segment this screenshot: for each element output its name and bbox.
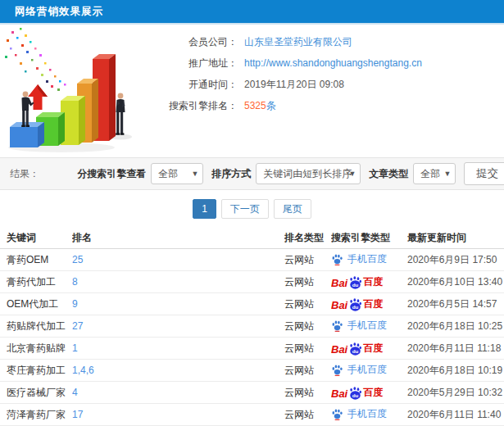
bar-chart-growth-image — [0, 25, 156, 156]
engine-filter-label: 分搜索引擎查看 — [77, 167, 146, 181]
baidu-paw-icon: du — [348, 276, 362, 289]
rank-unit: 条 — [266, 100, 276, 111]
open-time-value: 2019年11月20日 09:08 — [244, 74, 344, 95]
open-time-row: 开通时间： 2019年11月20日 09:08 — [156, 74, 422, 95]
col-header-updated: 最新更新时间 — [407, 231, 504, 245]
rank-type-cell: 云网站 — [284, 386, 331, 400]
svg-text:du: du — [352, 303, 359, 309]
baidu-logo-text: Bai — [331, 299, 347, 311]
open-time-label: 开通时间： — [156, 74, 238, 95]
article-type-select[interactable]: 全部 ▼ — [413, 163, 456, 184]
page: 网络营销效果展示 — [0, 0, 504, 426]
businessman-left — [21, 92, 34, 127]
updated-cell: 2020年6月18日 10:25 — [407, 320, 504, 333]
keyword-cell: 菏泽膏药厂家 — [7, 408, 72, 422]
engine-link[interactable]: Bai du 百度 — [331, 275, 383, 289]
table-row: 膏药代加工8云网站 Bai du 百度2020年6月10日 13:40 — [0, 271, 504, 293]
engine-type-cell: 手机百度 — [331, 252, 407, 268]
article-type-label: 文章类型 — [369, 167, 408, 181]
baidu-logo-cn: 百度 — [363, 386, 383, 400]
table-row: 膏药OEM25云网站 手机百度2020年6月9日 17:50 — [0, 249, 504, 271]
filter-group: 分搜索引擎查看 全部 ▼ 排序方式 关键词由短到长排序 ▼ 文章类型 全部 ▼ … — [69, 162, 504, 185]
engine-link[interactable]: 手机百度 — [331, 363, 387, 377]
engine-link[interactable]: 手机百度 — [331, 252, 387, 266]
engine-type-cell: 手机百度 — [331, 319, 407, 334]
rank-cell: 1 — [72, 342, 284, 354]
engine-link[interactable]: 手机百度 — [331, 319, 387, 333]
engine-type-cell: Bai du 百度 — [331, 342, 407, 356]
rank-type-cell: 云网站 — [284, 275, 331, 289]
engine-link[interactable]: Bai du 百度 — [331, 386, 383, 400]
rank-cell: 9 — [72, 298, 284, 310]
rank-cell: 8 — [72, 276, 284, 288]
company-row: 会员公司： 山东皇圣堂药业有限公司 — [156, 31, 422, 52]
updated-cell: 2020年6月11日 11:18 — [407, 342, 504, 356]
member-info-fields: 会员公司： 山东皇圣堂药业有限公司 推广地址： http://www.shand… — [156, 25, 422, 156]
baidu-paw-icon: du — [348, 387, 362, 400]
businessman-right — [116, 93, 125, 135]
page-title: 网络营销效果展示 — [15, 5, 103, 19]
article-type-value: 全部 — [420, 168, 440, 179]
updated-cell: 2020年6月10日 13:40 — [407, 275, 504, 289]
rank-link[interactable]: 8 — [72, 276, 78, 288]
keyword-cell: OEM代加工 — [7, 297, 72, 311]
marketing-chart-illustration — [0, 25, 156, 156]
rank-type-cell: 云网站 — [284, 320, 331, 333]
results-table: 关键词 排名 排名类型 搜索引擎类型 最新更新时间 膏药OEM25云网站 手机百… — [0, 228, 504, 426]
engine-link[interactable]: Bai du 百度 — [331, 342, 383, 356]
promo-url-label: 推广地址： — [156, 52, 238, 74]
engine-link[interactable]: 手机百度 — [331, 407, 387, 421]
engine-type-cell: 手机百度 — [331, 363, 407, 378]
updated-cell: 2020年6月11日 11:40 — [407, 408, 504, 422]
rank-cell: 1,4,6 — [72, 365, 284, 376]
baidu-paw-icon: du — [348, 298, 362, 311]
baidu-logo-cn: 百度 — [363, 342, 383, 356]
engine-link[interactable]: Bai du 百度 — [331, 297, 383, 311]
rank-type-cell: 云网站 — [284, 253, 331, 267]
pagination: 1 下一页 尾页 — [0, 190, 504, 228]
page-1-button[interactable]: 1 — [193, 199, 216, 219]
col-header-keyword: 关键词 — [7, 231, 72, 245]
engine-filter-value: 全部 — [158, 168, 178, 179]
next-page-button[interactable]: 下一页 — [221, 199, 269, 219]
last-page-button[interactable]: 尾页 — [274, 199, 311, 219]
col-header-engine-type: 搜索引擎类型 — [331, 231, 407, 245]
sort-filter-label: 排序方式 — [211, 167, 251, 181]
svg-text:du: du — [352, 347, 359, 353]
baidu-paw-icon — [331, 408, 343, 420]
sort-filter-select[interactable]: 关键词由短到长排序 ▼ — [256, 163, 361, 184]
rank-cell: 27 — [72, 320, 284, 332]
submit-button[interactable]: 提交 — [464, 162, 504, 185]
caret-down-icon: ▼ — [348, 164, 356, 184]
rank-link[interactable]: 27 — [72, 320, 83, 332]
updated-cell: 2020年6月5日 14:57 — [407, 297, 504, 311]
keyword-cell: 膏药OEM — [7, 253, 72, 267]
company-link[interactable]: 山东皇圣堂药业有限公司 — [244, 31, 352, 52]
result-label: 结果： — [10, 167, 39, 181]
rank-link[interactable]: 4 — [72, 387, 78, 398]
engine-rank-label: 搜索引擎排名： — [156, 95, 238, 116]
promo-url-link[interactable]: http://www.shandonghuangshengtang.cn — [244, 52, 422, 74]
engine-rank-value: 5325条 — [244, 95, 276, 116]
baidu-paw-icon: du — [348, 342, 362, 356]
engine-rank-row: 搜索引擎排名： 5325条 — [156, 95, 422, 116]
rank-type-cell: 云网站 — [284, 342, 331, 356]
rank-type-cell: 云网站 — [284, 364, 331, 378]
company-label: 会员公司： — [156, 31, 238, 52]
rank-link[interactable]: 1,4,6 — [72, 365, 94, 376]
rank-link[interactable]: 25 — [72, 254, 83, 265]
baidu-logo-text: Bai — [331, 343, 347, 356]
engine-type-cell: Bai du 百度 — [331, 386, 407, 400]
table-row: OEM代加工9云网站 Bai du 百度2020年6月5日 14:57 — [0, 293, 504, 315]
engine-label: 手机百度 — [347, 407, 387, 421]
col-header-rank-type: 排名类型 — [284, 231, 331, 245]
rank-type-cell: 云网站 — [284, 408, 331, 422]
baidu-paw-icon — [331, 364, 343, 376]
table-row: 菏泽膏药厂家17云网站 手机百度2020年6月11日 11:40 — [0, 404, 504, 426]
rank-link[interactable]: 17 — [72, 409, 83, 420]
engine-filter-select[interactable]: 全部 ▼ — [151, 163, 203, 184]
rank-link[interactable]: 1 — [72, 342, 78, 354]
filter-bar: 结果： 分搜索引擎查看 全部 ▼ 排序方式 关键词由短到长排序 ▼ 文章类型 全… — [0, 157, 504, 190]
rank-link[interactable]: 9 — [72, 298, 78, 310]
engine-label: 手机百度 — [347, 252, 387, 266]
